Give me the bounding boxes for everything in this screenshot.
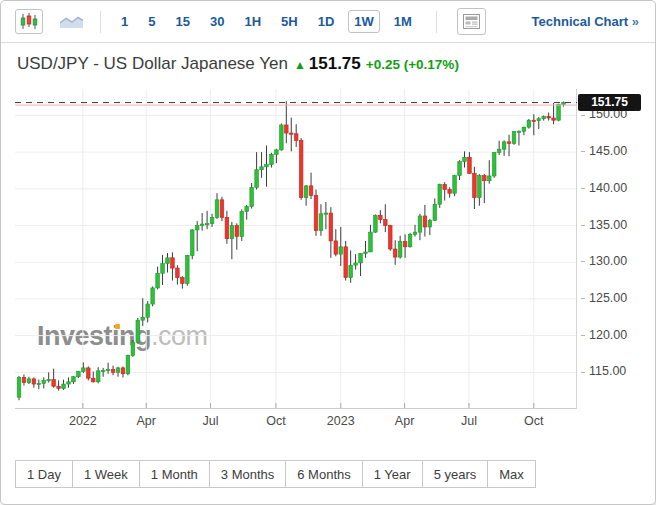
range-button-1-month[interactable]: 1 Month	[139, 460, 210, 488]
interval-button-1M[interactable]: 1M	[394, 14, 412, 29]
toolbar-divider	[100, 11, 101, 33]
range-button-5-years[interactable]: 5 years	[422, 460, 489, 488]
x-axis-label: Jul	[189, 414, 233, 428]
last-price: 151.75	[309, 54, 361, 73]
y-axis-label: 125.00	[581, 291, 635, 305]
chart-area: Investing.com 151.75 150.00145.00140.001…	[1, 81, 656, 443]
toolbar-divider	[436, 11, 437, 33]
area-chart-type-button[interactable]	[58, 11, 86, 33]
interval-button-5[interactable]: 5	[148, 14, 155, 29]
x-axis-label: Apr	[383, 414, 427, 428]
instrument-title: USD/JPY - US Dollar Japanese Yen	[17, 54, 288, 73]
range-button-1-week[interactable]: 1 Week	[72, 460, 140, 488]
chevron-right-icon: »	[632, 14, 639, 29]
candlestick-chart-type-button[interactable]	[15, 9, 43, 34]
price-badge: 151.75	[578, 94, 641, 111]
interval-button-1W[interactable]: 1W	[348, 10, 380, 33]
toolbar: 1515301H5H1D1W1M Technical Chart »	[1, 1, 655, 43]
x-axis-label: Oct	[254, 414, 298, 428]
interval-button-30[interactable]: 30	[210, 14, 224, 29]
range-button-3-months[interactable]: 3 Months	[209, 460, 286, 488]
interval-button-15[interactable]: 15	[175, 14, 189, 29]
range-bar: 1 Day1 Week1 Month3 Months6 Months1 Year…	[15, 460, 536, 488]
y-axis-label: 115.00	[581, 364, 635, 378]
x-axis-label: Oct	[512, 414, 556, 428]
up-arrow-icon: ▲	[294, 58, 306, 72]
x-axis-label: 2022	[61, 414, 105, 428]
chart-widget: 1515301H5H1D1W1M Technical Chart » USD/J…	[0, 0, 656, 505]
y-axis-label: 130.00	[581, 254, 635, 268]
candlestick-plot[interactable]	[15, 89, 577, 409]
candlestick-chart-icon	[20, 13, 38, 30]
x-axis-label: Jul	[447, 414, 491, 428]
area-chart-icon	[60, 15, 84, 29]
x-axis-label: Apr	[124, 414, 168, 428]
interval-button-1H[interactable]: 1H	[244, 14, 261, 29]
interval-button-1D[interactable]: 1D	[318, 14, 335, 29]
y-axis-label: 145.00	[581, 144, 635, 158]
y-axis-label: 135.00	[581, 218, 635, 232]
range-button-max[interactable]: Max	[487, 460, 536, 488]
price-change: +0.25 (+0.17%)	[366, 57, 459, 72]
x-axis-label: 2023	[319, 414, 363, 428]
range-button-1-day[interactable]: 1 Day	[15, 460, 73, 488]
interval-group: 1515301H5H1D1W1M	[111, 10, 422, 33]
y-axis-label: 120.00	[581, 328, 635, 342]
range-button-1-year[interactable]: 1 Year	[362, 460, 423, 488]
interval-button-1[interactable]: 1	[121, 14, 128, 29]
instrument-header: USD/JPY - US Dollar Japanese Yen▲151.75+…	[17, 54, 655, 74]
range-button-6-months[interactable]: 6 Months	[285, 460, 362, 488]
y-axis-label: 140.00	[581, 181, 635, 195]
news-panel-button[interactable]	[457, 8, 486, 35]
news-panel-icon	[463, 14, 480, 29]
interval-button-5H[interactable]: 5H	[281, 14, 298, 29]
technical-chart-link[interactable]: Technical Chart »	[532, 14, 639, 29]
technical-chart-label: Technical Chart	[532, 14, 629, 29]
